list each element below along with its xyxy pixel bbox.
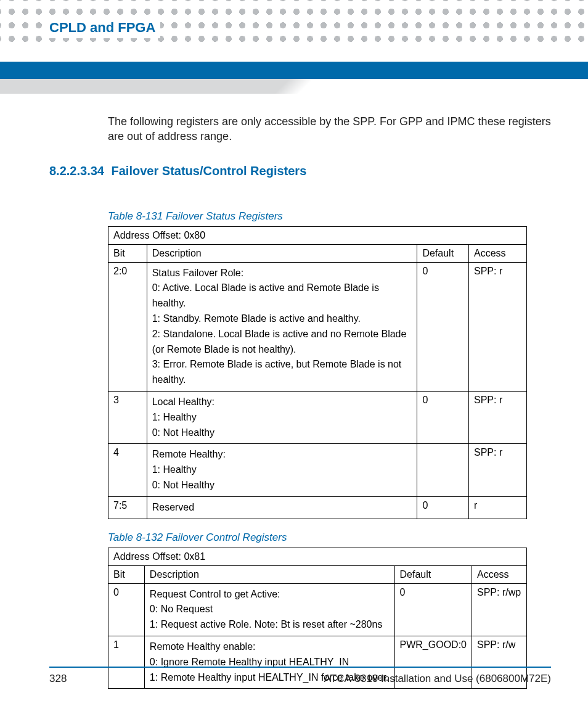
access-cell: SPP: r/wp <box>472 583 526 636</box>
table-row: 7:5Reserved0r <box>108 496 527 519</box>
description-line: 0: No Request <box>150 602 390 617</box>
intro-paragraph: The following registers are only accessi… <box>108 114 551 144</box>
description-line: 1: Request active Role. Note: Bt is rese… <box>150 617 390 633</box>
description-line: 3: Error. Remote Blade is active, but Re… <box>152 357 412 388</box>
document-id: ATCA-8310 Installation and Use (6806800M… <box>324 673 551 685</box>
access-cell: SPP: r <box>468 391 526 443</box>
address-offset-cell: Address Offset: 0x80 <box>108 226 527 244</box>
access-cell: r <box>468 496 526 519</box>
table-row: 3Local Healthy:1: Healthy0: Not Healthy0… <box>108 391 527 443</box>
header-gradient-bar <box>0 79 588 94</box>
description-cell: Reserved <box>147 496 417 519</box>
section-heading: 8.2.2.3.34 Failover Status/Control Regis… <box>49 164 551 178</box>
default-cell: 0 <box>417 391 469 443</box>
column-header: Bit <box>108 244 147 262</box>
description-line: 1: Standby. Remote Blade is active and h… <box>152 311 412 327</box>
bit-cell: 3 <box>108 391 147 443</box>
table-caption: Table 8-132 Failover Control Registers <box>108 532 551 544</box>
description-line: 0: Not Healthy <box>152 478 412 493</box>
description-line: 1: Healthy <box>152 410 412 425</box>
access-cell: SPP: r <box>468 262 526 391</box>
table-caption: Table 8-131 Failover Status Registers <box>108 210 551 223</box>
tables-container: Table 8-131 Failover Status RegistersAdd… <box>49 210 551 689</box>
description-line: Reserved <box>152 500 412 515</box>
bit-cell: 0 <box>108 583 145 636</box>
column-header: Description <box>144 565 394 583</box>
bit-cell: 4 <box>108 444 147 496</box>
description-line: 0: Not Healthy <box>152 425 412 441</box>
page-content: The following registers are only accessi… <box>49 114 551 689</box>
bit-cell: 2:0 <box>108 262 147 391</box>
default-cell: 0 <box>417 496 469 519</box>
description-cell: Local Healthy:1: Healthy0: Not Healthy <box>147 391 417 443</box>
column-header: Access <box>472 565 526 583</box>
description-line: Request Control to get Active: <box>150 587 390 602</box>
section-title-text: Failover Status/Control Registers <box>112 164 307 178</box>
section-number: 8.2.2.3.34 <box>49 164 104 178</box>
description-cell: Request Control to get Active:0: No Requ… <box>144 583 394 636</box>
description-line: Remote Healthy enable: <box>150 639 390 655</box>
description-line: Remote Healthy: <box>152 447 412 462</box>
table-row: 0Request Control to get Active:0: No Req… <box>108 583 527 636</box>
description-line: 2: Standalone. Local Blade is active and… <box>152 327 412 358</box>
default-cell: 0 <box>417 262 469 391</box>
description-line: 1: Healthy <box>152 462 412 478</box>
access-cell: SPP: r <box>468 444 526 496</box>
description-line: Local Healthy: <box>152 395 412 410</box>
page-number: 328 <box>49 673 67 685</box>
register-table: Address Offset: 0x80BitDescriptionDefaul… <box>108 226 527 519</box>
column-header: Default <box>394 565 472 583</box>
chapter-title: CPLD and FPGA <box>49 17 160 38</box>
column-header: Description <box>147 244 417 262</box>
default-cell <box>417 444 469 496</box>
description-line: 0: Active. Local Blade is active and Rem… <box>152 281 412 311</box>
default-cell: 0 <box>394 583 472 636</box>
page-footer: 328 ATCA-8310 Installation and Use (6806… <box>49 667 551 685</box>
bit-cell: 7:5 <box>108 496 147 519</box>
column-header: Access <box>468 244 526 262</box>
column-header: Default <box>417 244 469 262</box>
description-line: Status Failover Role: <box>152 266 412 281</box>
column-header: Bit <box>108 565 145 583</box>
table-row: 2:0Status Failover Role:0: Active. Local… <box>108 262 527 391</box>
address-offset-cell: Address Offset: 0x81 <box>108 548 527 565</box>
description-cell: Status Failover Role:0: Active. Local Bl… <box>147 262 417 391</box>
header-blue-bar <box>0 62 588 79</box>
description-cell: Remote Healthy:1: Healthy0: Not Healthy <box>147 444 417 496</box>
table-row: 4Remote Healthy:1: Healthy0: Not Healthy… <box>108 444 527 496</box>
